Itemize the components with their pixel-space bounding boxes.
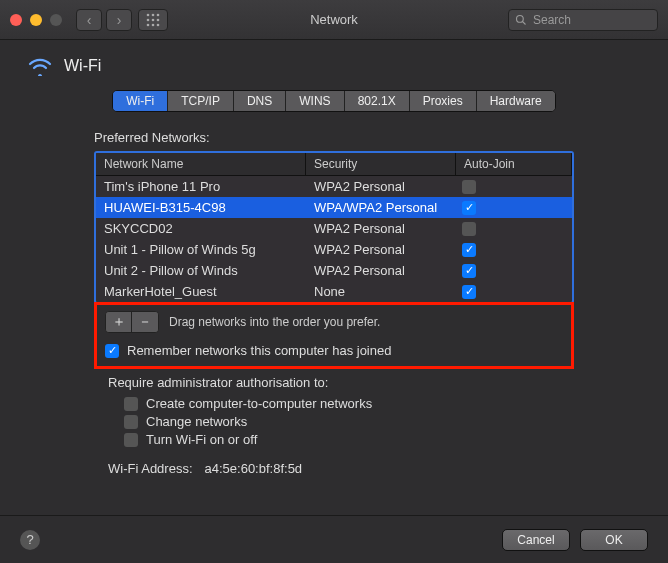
page-header: Wi-Fi	[0, 40, 668, 86]
cell-security: WPA2 Personal	[306, 179, 456, 194]
autojoin-checkbox[interactable]	[462, 222, 476, 236]
svg-point-4	[152, 18, 155, 21]
remember-networks-checkbox[interactable]: ✓	[105, 344, 119, 358]
svg-point-5	[157, 18, 160, 21]
auth-option-label: Change networks	[146, 414, 247, 429]
table-body: Tim's iPhone 11 ProWPA2 PersonalHUAWEI-B…	[96, 176, 572, 302]
table-header: Network Name Security Auto-Join	[96, 153, 572, 176]
cell-network-name: Unit 1 - Pillow of Winds 5g	[96, 242, 306, 257]
table-row[interactable]: SKYCCD02WPA2 Personal	[96, 218, 572, 239]
preferred-networks-table: Network Name Security Auto-Join Tim's iP…	[94, 151, 574, 304]
auth-option-checkbox[interactable]	[124, 397, 138, 411]
svg-point-7	[152, 23, 155, 26]
search-input[interactable]: Search	[508, 9, 658, 31]
col-security[interactable]: Security	[306, 153, 456, 175]
window-controls	[10, 14, 62, 26]
remember-networks-label: Remember networks this computer has join…	[127, 343, 391, 358]
highlighted-section: ＋ － Drag networks into the order you pre…	[94, 302, 574, 369]
minimize-icon[interactable]	[30, 14, 42, 26]
col-network-name[interactable]: Network Name	[96, 153, 306, 175]
maximize-icon	[50, 14, 62, 26]
ok-button[interactable]: OK	[580, 529, 648, 551]
tab-proxies[interactable]: Proxies	[410, 91, 477, 111]
forward-button[interactable]: ›	[106, 9, 132, 31]
auth-section-label: Require administrator authorisation to:	[108, 375, 574, 390]
cell-security: WPA2 Personal	[306, 221, 456, 236]
cell-security: None	[306, 284, 456, 299]
tab-hardware[interactable]: Hardware	[477, 91, 555, 111]
svg-line-10	[523, 21, 526, 24]
nav-buttons: ‹ ›	[76, 9, 132, 31]
auth-option-label: Turn Wi-Fi on or off	[146, 432, 257, 447]
wifi-icon	[28, 56, 52, 76]
autojoin-checkbox[interactable]: ✓	[462, 264, 476, 278]
search-placeholder: Search	[533, 13, 571, 27]
table-row[interactable]: Unit 2 - Pillow of WindsWPA2 Personal✓	[96, 260, 572, 281]
svg-point-2	[157, 13, 160, 16]
table-row[interactable]: HUAWEI-B315-4C98WPA/WPA2 Personal✓	[96, 197, 572, 218]
help-button[interactable]: ?	[20, 530, 40, 550]
wifi-address-value: a4:5e:60:bf:8f:5d	[205, 461, 303, 476]
svg-point-6	[147, 23, 150, 26]
cell-network-name: MarkerHotel_Guest	[96, 284, 306, 299]
svg-point-3	[147, 18, 150, 21]
autojoin-checkbox[interactable]: ✓	[462, 285, 476, 299]
cell-security: WPA2 Personal	[306, 242, 456, 257]
cell-network-name: SKYCCD02	[96, 221, 306, 236]
cancel-button[interactable]: Cancel	[502, 529, 570, 551]
table-row[interactable]: MarkerHotel_GuestNone✓	[96, 281, 572, 302]
autojoin-checkbox[interactable]: ✓	[462, 201, 476, 215]
remove-network-button[interactable]: －	[132, 312, 158, 332]
page-title: Wi-Fi	[64, 57, 101, 75]
cell-network-name: Unit 2 - Pillow of Winds	[96, 263, 306, 278]
titlebar: ‹ › Network Search	[0, 0, 668, 40]
autojoin-checkbox[interactable]	[462, 180, 476, 194]
table-row[interactable]: Tim's iPhone 11 ProWPA2 Personal	[96, 176, 572, 197]
cell-network-name: Tim's iPhone 11 Pro	[96, 179, 306, 194]
add-remove-toolbar: ＋ －	[105, 311, 159, 333]
svg-point-0	[147, 13, 150, 16]
close-icon[interactable]	[10, 14, 22, 26]
search-icon	[515, 14, 527, 26]
tab-tcpip[interactable]: TCP/IP	[168, 91, 234, 111]
auth-option-label: Create computer-to-computer networks	[146, 396, 372, 411]
tab-wins[interactable]: WINS	[286, 91, 344, 111]
tab-8021x[interactable]: 802.1X	[345, 91, 410, 111]
svg-point-9	[517, 15, 524, 22]
grid-button[interactable]	[138, 9, 168, 31]
auth-option-checkbox[interactable]	[124, 415, 138, 429]
preferred-networks-label: Preferred Networks:	[94, 130, 574, 145]
back-button[interactable]: ‹	[76, 9, 102, 31]
autojoin-checkbox[interactable]: ✓	[462, 243, 476, 257]
wifi-address-label: Wi-Fi Address:	[108, 461, 193, 476]
svg-point-8	[157, 23, 160, 26]
tab-dns[interactable]: DNS	[234, 91, 286, 111]
footer: ? Cancel OK	[0, 515, 668, 563]
tab-bar: Wi-FiTCP/IPDNSWINS802.1XProxiesHardware	[112, 90, 555, 112]
svg-point-1	[152, 13, 155, 16]
cell-security: WPA2 Personal	[306, 263, 456, 278]
drag-hint: Drag networks into the order you prefer.	[169, 315, 380, 329]
tab-wifi[interactable]: Wi-Fi	[113, 91, 168, 111]
auth-option-checkbox[interactable]	[124, 433, 138, 447]
add-network-button[interactable]: ＋	[106, 312, 132, 332]
cell-security: WPA/WPA2 Personal	[306, 200, 456, 215]
cell-network-name: HUAWEI-B315-4C98	[96, 200, 306, 215]
col-auto-join[interactable]: Auto-Join	[456, 153, 572, 175]
table-row[interactable]: Unit 1 - Pillow of Winds 5gWPA2 Personal…	[96, 239, 572, 260]
